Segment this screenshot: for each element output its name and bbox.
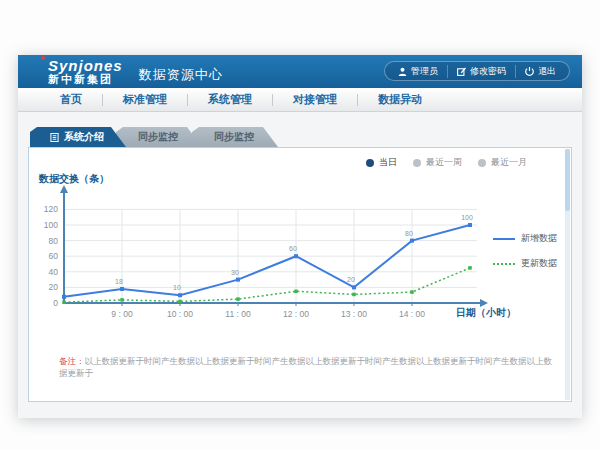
legend-new-data-label: 新增数据 — [521, 232, 557, 245]
series-legend: 新增数据 更新数据 — [493, 232, 557, 270]
change-password-button[interactable]: 修改密码 — [447, 65, 515, 78]
user-toolbar: 管理员 修改密码 退出 — [384, 61, 570, 81]
power-icon — [525, 67, 534, 76]
logo-accent-dot — [41, 56, 45, 60]
radio-last-month[interactable]: 最近一月 — [478, 156, 527, 169]
radio-last-week[interactable]: 最近一周 — [413, 156, 462, 169]
svg-text:10: 10 — [173, 284, 181, 291]
logo-text-cn: 新中新集团 — [48, 74, 123, 85]
svg-text:80: 80 — [405, 230, 413, 237]
tab-system-intro[interactable]: 系统介绍 — [30, 127, 126, 147]
logout-button[interactable]: 退出 — [515, 65, 565, 78]
svg-text:14 : 00: 14 : 00 — [399, 309, 425, 319]
legend-update-data-label: 更新数据 — [521, 257, 557, 270]
svg-text:100: 100 — [44, 220, 58, 230]
svg-text:120: 120 — [44, 204, 58, 214]
svg-text:100: 100 — [461, 214, 473, 221]
radio-today[interactable]: 当日 — [366, 156, 397, 169]
logo-text-en: Synjones — [48, 58, 123, 73]
footnote-text: 以上数据更新于时间产生数据以上数据更新于时间产生数据以上数据更新于时间产生数据以… — [59, 356, 552, 378]
nav-item-standard-mgmt[interactable]: 标准管理 — [103, 92, 187, 107]
legend-item-update-data[interactable]: 更新数据 — [493, 257, 557, 270]
app-window: Synjones 新中新集团 数据资源中心 管理员 修改密码 退出 首页 标准管… — [18, 55, 582, 418]
svg-text:60: 60 — [289, 245, 297, 252]
tab-sync-monitor-2[interactable]: 同步监控 — [192, 127, 278, 147]
solid-line-swatch-icon — [493, 238, 515, 240]
nav-item-interface-mgmt[interactable]: 对接管理 — [273, 92, 357, 107]
tab-bar: 系统介绍 同步监控 同步监控 — [30, 127, 268, 147]
range-filter-group: 当日 最近一周 最近一月 — [366, 156, 527, 169]
svg-text:20: 20 — [49, 282, 59, 292]
panel-scrollbar[interactable] — [565, 149, 570, 400]
radio-dot-icon — [413, 159, 421, 167]
nav-item-data-change[interactable]: 数据异动 — [358, 92, 442, 107]
svg-text:60: 60 — [49, 251, 59, 261]
svg-text:11 : 00: 11 : 00 — [225, 309, 251, 319]
nav-item-home[interactable]: 首页 — [40, 92, 102, 107]
radio-dot-icon — [366, 159, 374, 167]
svg-text:10 : 00: 10 : 00 — [167, 309, 193, 319]
radio-dot-icon — [478, 159, 486, 167]
svg-text:18: 18 — [115, 278, 123, 285]
legend-item-new-data[interactable]: 新增数据 — [493, 232, 557, 245]
svg-text:20: 20 — [347, 276, 355, 283]
change-password-label: 修改密码 — [470, 65, 506, 78]
svg-text:80: 80 — [49, 236, 59, 246]
tab-sync-monitor-1-label: 同步监控 — [138, 130, 178, 144]
chart-panel: 当日 最近一周 最近一月 数据交换（条） 0204060801001209 : … — [28, 147, 572, 402]
x-axis-title: 日期（小时） — [456, 306, 516, 320]
nav-item-system-mgmt[interactable]: 系统管理 — [188, 92, 272, 107]
tab-sync-monitor-2-label: 同步监控 — [214, 130, 254, 144]
page-title: 数据资源中心 — [139, 66, 223, 84]
svg-text:12 : 00: 12 : 00 — [283, 309, 309, 319]
user-icon — [398, 67, 407, 76]
radio-last-month-label: 最近一月 — [491, 156, 527, 169]
brand-logo: Synjones 新中新集团 — [48, 58, 123, 85]
footnote: 备注：以上数据更新于时间产生数据以上数据更新于时间产生数据以上数据更新于时间产生… — [59, 356, 559, 380]
tab-system-intro-label: 系统介绍 — [64, 130, 104, 144]
footnote-prefix: 备注： — [59, 356, 85, 366]
svg-text:0: 0 — [53, 298, 58, 308]
admin-user-button[interactable]: 管理员 — [389, 65, 447, 78]
radio-today-label: 当日 — [379, 156, 397, 169]
radio-last-week-label: 最近一周 — [426, 156, 462, 169]
svg-text:9 : 00: 9 : 00 — [111, 309, 133, 319]
svg-text:30: 30 — [231, 269, 239, 276]
edit-icon — [457, 67, 466, 76]
main-nav: 首页 标准管理 系统管理 对接管理 数据异动 — [18, 88, 582, 112]
svg-text:13 : 00: 13 : 00 — [341, 309, 367, 319]
tab-sync-monitor-1[interactable]: 同步监控 — [116, 127, 202, 147]
document-icon — [50, 133, 59, 142]
svg-text:40: 40 — [49, 267, 59, 277]
admin-user-label: 管理员 — [411, 65, 438, 78]
panel-scrollbar-thumb[interactable] — [565, 149, 570, 211]
dotted-line-swatch-icon — [493, 263, 515, 265]
header: Synjones 新中新集团 数据资源中心 管理员 修改密码 退出 — [18, 55, 582, 88]
logout-label: 退出 — [538, 65, 556, 78]
